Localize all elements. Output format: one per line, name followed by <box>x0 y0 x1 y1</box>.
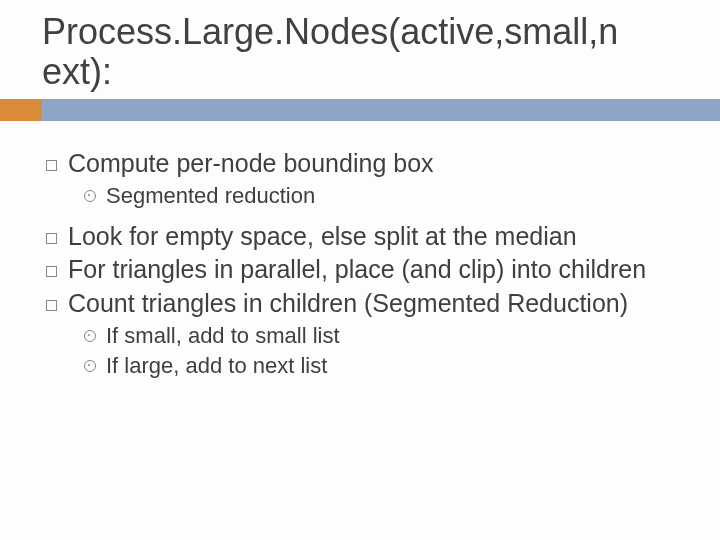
bullet-4: Count triangles in children (Segmented R… <box>68 289 674 380</box>
bullet-3: For triangles in parallel, place (and cl… <box>68 255 674 285</box>
rule-main <box>42 99 720 121</box>
content: Compute per-node bounding box Segmented … <box>0 121 720 380</box>
rule-accent <box>0 99 42 121</box>
slide: Process.Large.Nodes(active,small,n ext):… <box>0 0 720 540</box>
bullet-4-sub-1: If small, add to small list <box>106 322 674 350</box>
slide-title: Process.Large.Nodes(active,small,n ext): <box>42 12 678 93</box>
title-rule <box>0 99 720 121</box>
bullet-1-sub-1: Segmented reduction <box>106 182 674 210</box>
bullet-1-text: Compute per-node bounding box <box>68 149 434 177</box>
bullet-4-sub-2: If large, add to next list <box>106 352 674 380</box>
title-block: Process.Large.Nodes(active,small,n ext): <box>42 12 678 93</box>
bullet-2: Look for empty space, else split at the … <box>68 222 674 252</box>
bullet-1: Compute per-node bounding box Segmented … <box>68 149 674 210</box>
bullet-4-sub: If small, add to small list If large, ad… <box>68 322 674 379</box>
bullet-group: Look for empty space, else split at the … <box>68 222 674 380</box>
bullet-4-text: Count triangles in children (Segmented R… <box>68 289 628 317</box>
bullet-1-sub: Segmented reduction <box>68 182 674 210</box>
